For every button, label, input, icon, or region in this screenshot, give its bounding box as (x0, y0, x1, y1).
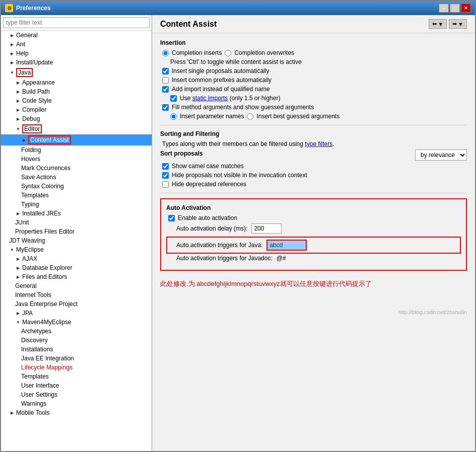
param-names-radio[interactable] (170, 113, 177, 120)
delay-input[interactable] (251, 223, 282, 234)
add-import-checkbox[interactable] (162, 86, 169, 93)
param-names-label: Insert parameter names (180, 113, 244, 120)
javadoc-trigger-label: Auto activation triggers for Javadoc: (166, 255, 273, 262)
sidebar-item-warnings[interactable]: Warnings (1, 399, 152, 408)
sidebar-item-installations[interactable]: Installations (1, 345, 152, 354)
sidebar-item-jdt-weaving[interactable]: JDT Weaving (1, 236, 152, 245)
sidebar-item-general[interactable]: ▶ General (1, 31, 152, 40)
best-guessed-radio[interactable] (247, 113, 253, 120)
sidebar-item-hovers[interactable]: Hovers (1, 155, 152, 164)
sidebar-label: Maven4MyEclipse (22, 319, 71, 326)
sidebar-label: Files and Editors (22, 273, 67, 280)
sidebar-item-files-and-editors[interactable]: ▶ Files and Editors (1, 272, 152, 281)
sidebar-item-ant[interactable]: ▶ Ant (1, 40, 152, 49)
single-proposals-checkbox[interactable] (162, 68, 169, 74)
sidebar-item-jpa[interactable]: ▶ JPA (1, 309, 152, 318)
sidebar-item-debug[interactable]: ▶ Debug (1, 114, 152, 123)
use-static-checkbox[interactable] (170, 95, 177, 102)
sidebar-item-maven4myeclipse[interactable]: ▼ Maven4MyEclipse (1, 318, 152, 327)
hide-not-visible-row: Hide proposals not visible in the invoca… (160, 172, 467, 179)
sidebar-item-build-path[interactable]: ▶ Build Path (1, 87, 152, 96)
single-proposals-row: Insert single proposals automatically (160, 67, 467, 74)
sidebar-item-install-update[interactable]: ▶ Install/Update (1, 58, 152, 67)
sidebar-label: Syntax Coloring (21, 183, 64, 190)
maximize-button[interactable]: □ (450, 4, 460, 13)
java-trigger-input[interactable] (266, 240, 307, 251)
javadoc-trigger-value: @# (277, 255, 286, 262)
sidebar-item-ajax[interactable]: ▶ AJAX (1, 254, 152, 263)
sidebar-item-compiler[interactable]: ▶ Compiler (1, 105, 152, 114)
sidebar-item-save-actions[interactable]: Save Actions (1, 173, 152, 182)
sidebar-item-content-assist[interactable]: ▶ Content Assist (1, 134, 152, 145)
static-imports-link[interactable]: static imports (192, 95, 228, 102)
sidebar-item-folding[interactable]: Folding (1, 145, 152, 155)
forward-button[interactable]: ➡ ▼ (449, 19, 467, 29)
sidebar-item-installed-jres[interactable]: ▶ Installed JREs (1, 209, 152, 218)
forward-icon: ➡ (452, 21, 457, 27)
ctrl-hint-row: Press 'Ctrl' to toggle while content ass… (160, 58, 467, 65)
use-static-label: Use static imports (only 1.5 or higher) (180, 95, 280, 102)
sort-select[interactable]: by relevance (416, 150, 466, 160)
sidebar-item-archetypes[interactable]: Archetypes (1, 327, 152, 336)
expand-icon: ▶ (15, 89, 21, 95)
sidebar-item-internet-tools[interactable]: Internet Tools (1, 290, 152, 299)
sidebar-item-appearance[interactable]: ▶ Appearance (1, 78, 152, 87)
hide-not-visible-checkbox[interactable] (162, 172, 169, 179)
sidebar-item-java-ee-integration[interactable]: Java EE Integration (1, 354, 152, 363)
best-guessed-label: Insert best guessed arguments (256, 113, 339, 120)
hide-deprecated-checkbox[interactable] (162, 181, 169, 188)
sidebar-item-mark-occurrences[interactable]: Mark Occurrences (1, 164, 152, 173)
sidebar-label: Content Assist (28, 135, 71, 144)
title-bar-left: ⚙ Preferences (5, 4, 51, 12)
sidebar-item-typing[interactable]: Typing (1, 200, 152, 209)
back-button[interactable]: ⬅ ▼ (429, 19, 447, 29)
sidebar-item-java-enterprise-project[interactable]: Java Enterprise Project (1, 299, 152, 309)
common-prefixes-checkbox[interactable] (162, 77, 169, 84)
sidebar-item-editor[interactable]: ▼ Editor (1, 123, 152, 134)
sidebar-item-templates[interactable]: Templates (1, 191, 152, 200)
sidebar-item-junit[interactable]: JUnit (1, 218, 152, 227)
sidebar-label: Install/Update (16, 59, 53, 66)
add-import-row: Add import instead of qualified name (160, 86, 467, 93)
sidebar-item-templates2[interactable]: Templates (1, 372, 152, 381)
sidebar-item-properties-files-editor[interactable]: Properties Files Editor (1, 227, 152, 236)
sidebar-item-code-style[interactable]: ▶ Code Style (1, 96, 152, 105)
expand-icon: ▶ (9, 59, 15, 65)
sidebar-item-general2[interactable]: General (1, 281, 152, 290)
chinese-note: 此处修改.为.abcdefghijklmnopqrstuvwxyz就可以任意按键… (160, 279, 467, 289)
fill-method-checkbox[interactable] (162, 104, 169, 111)
enable-auto-activation-checkbox[interactable] (168, 215, 175, 221)
sidebar-item-user-settings[interactable]: User Settings (1, 390, 152, 399)
search-input[interactable] (3, 17, 150, 28)
fill-method-row: Fill method arguments and show guessed a… (160, 104, 467, 111)
sidebar-label: User Settings (21, 391, 57, 398)
sidebar-item-myeclipse[interactable]: ▼ MyEclipse (1, 245, 152, 254)
camel-case-checkbox[interactable] (162, 163, 169, 170)
sidebar-label: Java Enterprise Project (15, 300, 78, 308)
sidebar-label: Typing (21, 201, 39, 208)
sidebar-item-mobile-tools[interactable]: ▶ Mobile Tools (1, 408, 152, 417)
sidebar-label: Installations (21, 346, 53, 353)
delay-row: Auto activation delay (ms): (166, 223, 461, 234)
sidebar-item-syntax-coloring[interactable]: Syntax Coloring (1, 182, 152, 191)
type-filters-link[interactable]: type filters (305, 140, 332, 147)
sidebar-item-java[interactable]: ▼ Java (1, 67, 152, 78)
sidebar-label: Lifecycle Mappings (21, 364, 73, 371)
sidebar-item-discovery[interactable]: Discovery (1, 336, 152, 345)
sidebar-item-user-interface[interactable]: User Interface (1, 381, 152, 390)
sidebar-label: Compiler (22, 106, 46, 113)
completion-inserts-radio[interactable] (162, 50, 169, 56)
sidebar-label: Editor (22, 124, 42, 133)
sidebar-label: Debug (22, 115, 40, 122)
minimize-button[interactable]: ─ (439, 4, 449, 13)
sidebar-item-help[interactable]: ▶ Help (1, 49, 152, 58)
completion-overwrites-label: Completion overwrites (234, 49, 294, 56)
close-button[interactable]: ✕ (461, 4, 471, 13)
back-dropdown-icon: ▼ (438, 21, 443, 27)
expand-icon: ▼ (9, 69, 15, 76)
sidebar-item-database-explorer[interactable]: ▶ Database Explorer (1, 263, 152, 272)
sidebar-label: MyEclipse (16, 246, 44, 253)
right-content: Insertion Completion inserts Completion … (152, 33, 475, 451)
sidebar-item-lifecycle-mappings[interactable]: Lifecycle Mappings (1, 363, 152, 372)
completion-overwrites-radio[interactable] (225, 50, 231, 56)
